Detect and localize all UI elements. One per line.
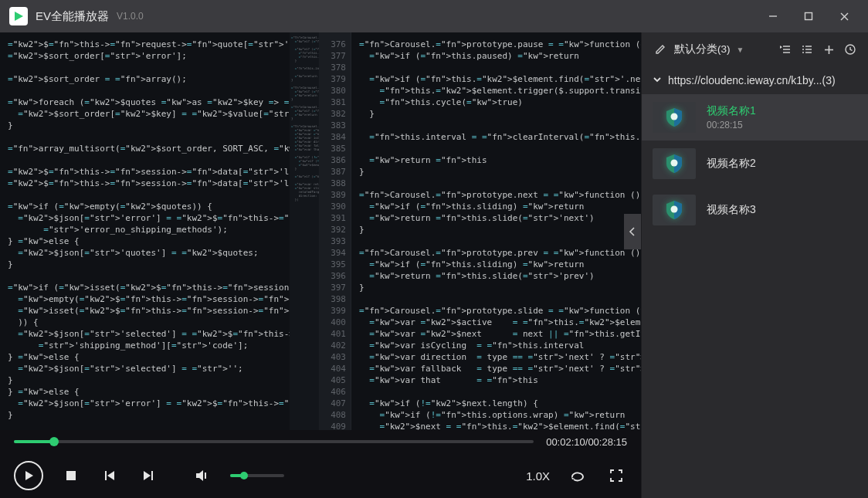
playlist-meta: 视频名称100:28:15 — [707, 104, 756, 130]
video-area[interactable]: ="kw2">$="fn">this->="fn">request->="fn"… — [0, 32, 641, 430]
collapse-sidebar-handle[interactable] — [624, 214, 641, 249]
seek-row: 00:02:10/00:28:15 — [0, 430, 641, 453]
playlist-group-label: https://cloudenc.ieway.cn/k1by...(3) — [668, 74, 836, 86]
app-window: EV全能播放器 V1.0.0 ="kw2">$="fn">this->="fn"… — [0, 0, 868, 498]
player-panel: ="kw2">$="fn">this->="fn">request->="fn"… — [0, 32, 641, 498]
video-frame-gutter: 376 377 378 379 380 381 382 383 384 385 … — [319, 32, 351, 430]
sidebar: 默认分类(3) ▼ htt — [641, 32, 868, 498]
seek-knob[interactable] — [49, 437, 59, 446]
maximize-button[interactable] — [791, 0, 826, 32]
svg-point-17 — [802, 49, 804, 50]
loop-button[interactable] — [567, 465, 588, 486]
playlist-thumb — [653, 195, 696, 225]
seek-fill — [14, 440, 54, 443]
video-frame-code-right: ="fn">Carousel.="fn">prototype.pause = =… — [351, 32, 641, 430]
video-frame-code-left: ="kw2">$="fn">this->="fn">request->="fn"… — [0, 32, 290, 430]
minimize-button[interactable] — [755, 0, 791, 32]
control-bar: 1.0X — [0, 453, 641, 498]
video-frame-minimap: ="fn">Carousel.="fn">prototype.pause = =… — [290, 32, 319, 430]
time-display: 00:02:10/00:28:15 — [546, 436, 627, 448]
playlist-item[interactable]: 视频名称3 — [642, 187, 868, 233]
playlist-duration: 00:28:15 — [707, 120, 756, 130]
title-bar: EV全能播放器 V1.0.0 — [0, 0, 868, 32]
list-icon[interactable] — [800, 42, 814, 56]
time-current: 00:02:10 — [546, 436, 585, 448]
svg-marker-11 — [196, 470, 203, 481]
svg-point-18 — [802, 52, 804, 53]
svg-marker-5 — [25, 471, 33, 480]
svg-point-16 — [802, 46, 804, 47]
add-icon[interactable] — [822, 42, 836, 56]
category-select[interactable]: 默认分类(3) ▼ — [674, 42, 771, 56]
app-version: V1.0.0 — [117, 11, 144, 22]
playlist-thumb — [653, 102, 696, 133]
svg-marker-9 — [144, 471, 151, 480]
playlist-title: 视频名称1 — [707, 104, 756, 118]
history-icon[interactable] — [843, 42, 857, 56]
svg-rect-6 — [66, 471, 76, 480]
playlist-title: 视频名称2 — [707, 157, 756, 171]
svg-rect-2 — [805, 13, 812, 20]
stop-button[interactable] — [60, 465, 82, 486]
playlist-meta: 视频名称2 — [707, 157, 756, 171]
next-track-button[interactable] — [137, 465, 159, 486]
volume-bar[interactable] — [230, 474, 284, 477]
playlist-item[interactable]: 视频名称2 — [642, 141, 868, 187]
fullscreen-button[interactable] — [605, 465, 627, 486]
svg-rect-10 — [151, 471, 153, 480]
queue-icon[interactable] — [778, 42, 792, 56]
playlist-group-header[interactable]: https://cloudenc.ieway.cn/k1by...(3) — [642, 66, 868, 94]
play-button[interactable] — [14, 461, 43, 490]
app-title: EV全能播放器 — [36, 9, 109, 24]
playlist-meta: 视频名称3 — [707, 203, 756, 217]
volume-icon[interactable] — [192, 465, 213, 486]
seek-bar[interactable] — [14, 440, 534, 443]
edit-icon[interactable] — [653, 42, 666, 56]
sidebar-toolbar: 默认分类(3) ▼ — [642, 32, 868, 66]
svg-point-25 — [671, 113, 678, 120]
svg-point-27 — [671, 206, 678, 213]
svg-point-26 — [671, 160, 678, 167]
playlist: 视频名称100:28:15视频名称2视频名称3 — [642, 94, 868, 498]
prev-track-button[interactable] — [99, 465, 120, 486]
app-logo — [9, 7, 28, 25]
playback-speed[interactable]: 1.0X — [526, 469, 550, 483]
svg-marker-0 — [15, 12, 23, 21]
svg-rect-12 — [205, 473, 206, 479]
chevron-down-icon: ▼ — [737, 46, 744, 54]
category-label: 默认分类(3) — [674, 42, 731, 56]
svg-rect-7 — [105, 471, 107, 480]
playlist-thumb — [653, 148, 696, 179]
playlist-title: 视频名称3 — [707, 203, 756, 217]
time-total: 00:28:15 — [588, 436, 627, 448]
close-button[interactable] — [826, 0, 862, 32]
svg-marker-8 — [107, 471, 114, 480]
playlist-item[interactable]: 视频名称100:28:15 — [642, 94, 868, 141]
volume-knob[interactable] — [240, 472, 248, 479]
chevron-down-icon — [653, 74, 662, 86]
